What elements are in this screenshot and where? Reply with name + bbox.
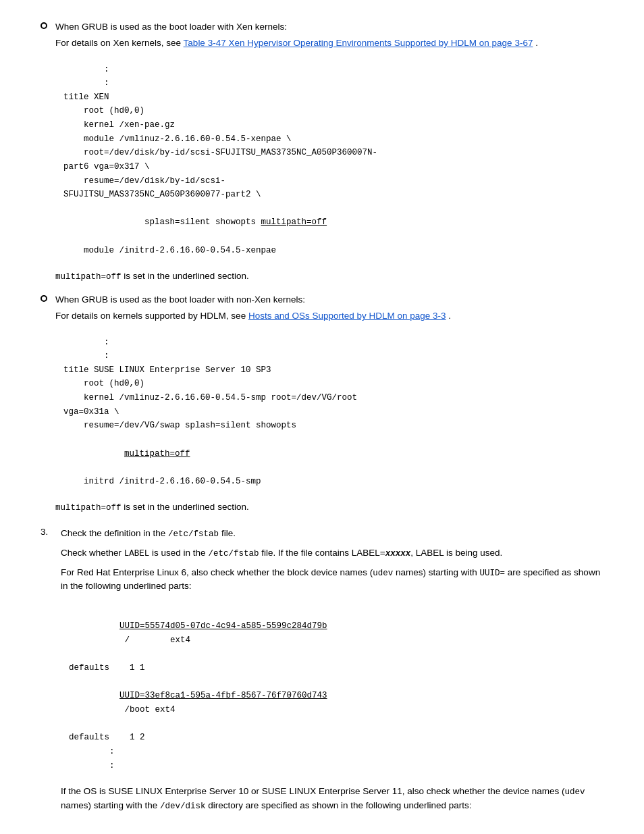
nonxen-header-text: When GRUB is used as the boot loader wit… bbox=[55, 293, 603, 307]
fstab-line1: UUID=55574d05-07dc-4c94-a585-5599c284d79… bbox=[69, 606, 595, 662]
bullet-circle-xen bbox=[41, 22, 47, 29]
nonxen-ref-text: For details on kernels supported by HDLM… bbox=[55, 309, 603, 323]
fstab-line4: defaults 1 2 bbox=[69, 731, 595, 745]
nonxen-code-block: : : title SUSE LINUX Enterprise Server 1… bbox=[55, 330, 603, 494]
fstab-dots1: : bbox=[69, 745, 595, 759]
code-resume-nonxen: resume=/dev/VG/swap splash=silent showop… bbox=[63, 419, 595, 433]
xen-link[interactable]: Table 3-47 Xen Hypervisor Operating Envi… bbox=[184, 38, 533, 48]
xen-code-block: : : title XEN root (hd0,0) kernel /xen-p… bbox=[55, 57, 603, 263]
fstab-dots2: : bbox=[69, 759, 595, 773]
bullet-item-nonxen: When GRUB is used as the boot loader wit… bbox=[41, 293, 603, 517]
code-dots-4: : bbox=[63, 349, 595, 363]
code-vga-nonxen: vga=0x31a \ bbox=[63, 405, 595, 419]
nonxen-link[interactable]: Hosts and OSs Supported by HDLM on page … bbox=[248, 311, 446, 321]
code-part6-xen: part6 vga=0x317 \ bbox=[63, 160, 595, 174]
code-splash-xen: splash=silent showopts multipath=off bbox=[63, 202, 595, 244]
bullet-item-xen: When GRUB is used as the boot loader wit… bbox=[41, 20, 603, 286]
xen-ref-text: For details on Xen kernels, see Table 3-… bbox=[55, 36, 603, 50]
item-3-para1: Check whether LABEL is used in the /etc/… bbox=[61, 546, 603, 561]
fstab-line3: UUID=33ef8ca1-595a-4fbf-8567-76f70760d74… bbox=[69, 675, 595, 731]
numbered-item-3: 3. Check the definition in the /etc/fsta… bbox=[41, 527, 603, 834]
devdisk-code-block: /dev/disk/by-id/scsi-1HITACHI_D60H037500… bbox=[61, 820, 603, 834]
devdisk-line1: /dev/disk/by-id/scsi-1HITACHI_D60H037500… bbox=[69, 825, 595, 834]
page: When GRUB is used as the boot loader wit… bbox=[0, 0, 644, 834]
code-dots-3: : bbox=[63, 336, 595, 350]
bullet-circle-nonxen bbox=[41, 295, 47, 302]
bullet-content-nonxen: When GRUB is used as the boot loader wit… bbox=[55, 293, 603, 517]
bullet-list: When GRUB is used as the boot loader wit… bbox=[41, 20, 603, 517]
code-module-initrd-xen: module /initrd-2.6.16.60-0.54.5-xenpae bbox=[63, 244, 595, 258]
item-3-content: Check the definition in the /etc/fstab f… bbox=[61, 527, 603, 834]
item-3-para2: For Red Hat Enterprise Linux 6, also che… bbox=[61, 566, 603, 594]
code-multipath-underline-nonxen: multipath=off bbox=[63, 433, 595, 475]
code-initrd-nonxen: initrd /initrd-2.6.16.60-0.54.5-smp bbox=[63, 475, 595, 489]
item-3-para4: If the OS is SUSE LINUX Enterprise Serve… bbox=[61, 785, 603, 813]
bullet-content-xen: When GRUB is used as the boot loader wit… bbox=[55, 20, 603, 286]
fstab-line2: defaults 1 1 bbox=[69, 661, 595, 675]
code-resume-xen: resume=/dev/disk/by-id/scsi- bbox=[63, 174, 595, 188]
code-module-xen: module /vmlinuz-2.6.16.60-0.54.5-xenpae … bbox=[63, 132, 595, 147]
xen-header-text: When GRUB is used as the boot loader wit… bbox=[55, 20, 603, 34]
code-sfujitsu-xen: SFUJITSU_MAS3735NC_A050P3600077-part2 \ bbox=[63, 188, 595, 202]
code-root-xen: root (hd0,0) bbox=[63, 104, 595, 118]
code-root-path-xen: root=/dev/disk/by-id/scsi-SFUJITSU_MAS37… bbox=[63, 146, 595, 160]
xen-multipath-note: multipath=off is set in the underlined s… bbox=[55, 269, 603, 284]
code-dots-1: : bbox=[63, 63, 595, 77]
code-title-nonxen: title SUSE LINUX Enterprise Server 10 SP… bbox=[63, 363, 595, 377]
code-multipath-xen: multipath=off bbox=[261, 217, 327, 227]
fstab-code-block: UUID=55574d05-07dc-4c94-a585-5599c284d79… bbox=[61, 600, 603, 779]
item-3-label: 3. bbox=[41, 527, 61, 537]
item-3-header: Check the definition in the /etc/fstab f… bbox=[61, 527, 603, 541]
code-title-xen: title XEN bbox=[63, 90, 595, 105]
code-dots-2: : bbox=[63, 76, 595, 90]
code-root-nonxen: root (hd0,0) bbox=[63, 377, 595, 391]
nonxen-multipath-note: multipath=off is set in the underlined s… bbox=[55, 500, 603, 515]
code-kernel-xen: kernel /xen-pae.gz bbox=[63, 118, 595, 132]
code-kernel-nonxen: kernel /vmlinuz-2.6.16.60-0.54.5-smp roo… bbox=[63, 391, 595, 405]
